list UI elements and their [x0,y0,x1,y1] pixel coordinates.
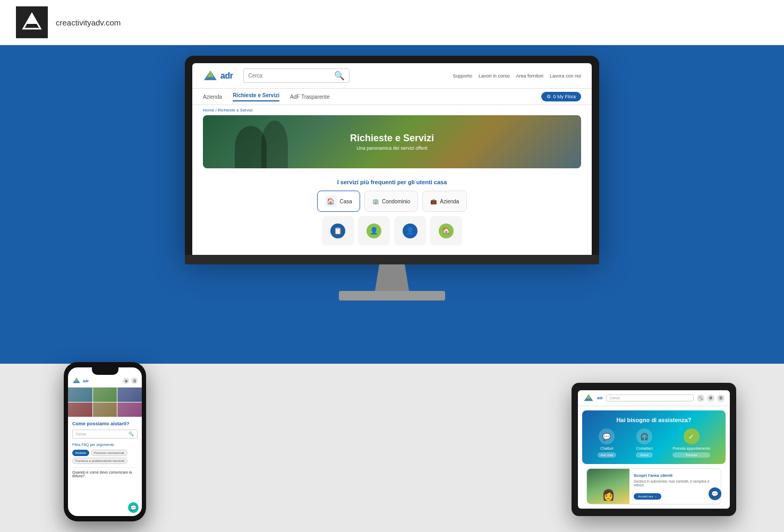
phone-hero [68,388,142,417]
phone-hero-img6 [117,402,142,417]
phone-adf-text: adr [83,379,89,383]
adf-search-icon: 🔍 [334,71,345,81]
icon-circle-2: 👤 [367,224,381,238]
phone: adr ⚙ ☰ [64,362,146,521]
tablet-assistance-heading: Hai bisogno di assistenza? [589,417,719,423]
phone-search-icon: 🔍 [129,432,134,436]
tablet-header: adr Cerca 🔍 ⚙ ☰ [578,390,730,406]
chatbot-btn[interactable]: Apri chat [598,452,617,458]
tablet-chatbot: 💬 Chatbot Apri chat [598,428,617,458]
phone-icon-menu[interactable]: ☰ [131,377,138,384]
bottom-icon-4[interactable]: 🏠 [430,216,462,245]
adf-logo: adr [203,70,233,82]
phone-screen: adr ⚙ ☰ [68,367,142,516]
tablet-adf-text: adr [597,396,603,400]
area-clienti-wrapper: 👩 Scopri l'area clienti Gestisci in auto… [582,468,726,504]
monitor-stand-neck [371,264,413,291]
tablet-search[interactable]: Cerca [606,394,694,401]
nav-richieste[interactable]: Richieste e Servizi [233,92,279,101]
icon-circle-1: 📋 [330,224,345,238]
prenota-btn[interactable]: Prenota [672,452,710,458]
services-section: I servizi più frequenti per gli utenti c… [192,174,592,255]
phone-hero-img4 [93,402,117,417]
brand-url: creactivityadv.com [56,18,121,27]
nav-azienda[interactable]: Azienda [203,94,222,100]
tablet-chat-icon[interactable]: 💬 [709,487,721,500]
phone-hero-col3 [117,388,142,417]
services-highlight: casa [434,179,447,185]
area-clienti-highlight: l'area clienti [648,473,672,478]
hero-subtitle: Una panoramica dei servizi offerti [350,145,434,151]
tablet-area-clienti: 👩 Scopri l'area clienti Gestisci in auto… [586,468,721,504]
service-card-condominio[interactable]: 🏢 Condominio [364,191,418,212]
phone-icon-gear[interactable]: ⚙ [123,377,129,384]
azienda-icon: 💼 [430,199,437,204]
tablet-icon-gear[interactable]: ⚙ [707,394,714,402]
hero-text: Richieste e Servizi Una panoramica dei s… [350,133,434,151]
tablet-contattaci: 🎧 Contattaci Entra [636,428,653,458]
phone-tag-fornitura[interactable]: Fornitura e problematiche tecniche [72,458,127,464]
phone-chat-btn[interactable]: 💬 [128,502,139,513]
phone-header-icons: ⚙ ☰ [123,377,138,384]
phone-notch [92,367,118,375]
area-clienti-desc: Gestisci in autonomia i tuoi contratti, … [634,479,717,487]
adf-hero: Richieste e Servizi Una panoramica dei s… [203,115,581,168]
breadcrumb-home[interactable]: Home [203,108,214,113]
tablet-icons: 🔍 ⚙ ☰ [697,394,725,402]
phone-tag-processi[interactable]: Processi commerciali [91,450,127,456]
tablet-assist-grid: 💬 Chatbot Apri chat 🎧 Contattaci Entra ✓… [589,428,719,458]
breadcrumb-current: Richieste e Servizi [218,108,253,113]
service-card-azienda[interactable]: 💼 Azienda [422,191,467,212]
phone-hero-img1 [68,388,92,402]
prenota-label: Prenota appuntamento [672,447,710,450]
phone-tag-bollette[interactable]: Bollette [72,450,89,456]
services-heading: I servizi più frequenti per gli utenti c… [203,179,581,185]
condominio-icon: 🏢 [372,199,379,204]
monitor-outer: adr 🔍 Supporto Lavori in corso Area forn… [185,56,599,255]
chatbot-label: Chatbot [598,447,617,450]
phone-hero-col2 [93,388,117,417]
phone-hero-img2 [68,402,92,417]
adf-top-nav: Supporto Lavori in corso Area fornitori … [453,73,581,79]
chatbot-icon: 💬 [599,428,615,444]
nav-trasparente[interactable]: AdF Trasparente [290,94,329,100]
tablet-outer: adr Cerca 🔍 ⚙ ☰ Hai bisogno di assistenz… [572,383,736,516]
phone-search[interactable]: Cerca 🔍 [72,430,138,439]
adf-header: adr 🔍 Supporto Lavori in corso Area forn… [192,63,592,89]
svg-marker-7 [75,377,79,381]
phone-outer: adr ⚙ ☰ [64,362,146,521]
tablet-prenota: ✓ Prenota appuntamento Prenota [672,428,710,458]
tablet-icon-menu[interactable]: ☰ [717,394,725,402]
phone-tagline: Come possiamo aiutarti? [72,421,138,426]
bottom-icon-3[interactable]: 👤 [394,216,426,245]
phone-content: Come possiamo aiutarti? Cerca 🔍 Filtra F… [68,417,142,482]
nav-lavora[interactable]: Lavora con noi [550,73,581,79]
bottom-icon-1[interactable]: 📋 [322,216,354,245]
tablet-icon-search[interactable]: 🔍 [697,394,704,402]
hero-title: Richieste e Servizi [350,133,434,144]
adf-website: adr 🔍 Supporto Lavori in corso Area forn… [192,63,592,255]
area-clienti-btn-label: Accedi ora → [638,495,657,498]
nav-fornitori[interactable]: Area fornitori [516,73,543,79]
phone-tags: Bollette Processi commerciali Fornitura … [72,450,138,464]
area-img-person: 👩 [587,469,629,504]
nav-lavori[interactable]: Lavori in corso [479,73,510,79]
contattaci-btn[interactable]: Entra [636,452,653,458]
my-flora-label: 0 My Flora [553,94,576,99]
area-clienti-btn[interactable]: Accedi ora → [634,493,661,500]
adf-search-bar[interactable]: 🔍 [243,68,350,83]
tablet-search-text: Cerca [610,396,620,400]
my-flora-button[interactable]: ⚙ 0 My Flora [541,92,581,101]
adf-search-input[interactable] [248,73,331,79]
phone-tagline-highlight: aiutarti? [110,421,130,426]
adf-logo-text: adr [220,71,233,81]
nav-supporto[interactable]: Supporto [453,73,472,79]
service-card-casa[interactable]: 🏠 Casa [317,191,360,212]
phone-hero-col1 [68,388,92,417]
desktop-monitor: adr 🔍 Supporto Lavori in corso Area forn… [185,56,599,301]
phone-faq-highlight: argomento [97,443,114,447]
casa-label: Casa [340,199,352,204]
svg-marker-3 [207,71,214,77]
condominio-label: Condominio [382,199,410,204]
bottom-icon-2[interactable]: 👤 [358,216,390,245]
